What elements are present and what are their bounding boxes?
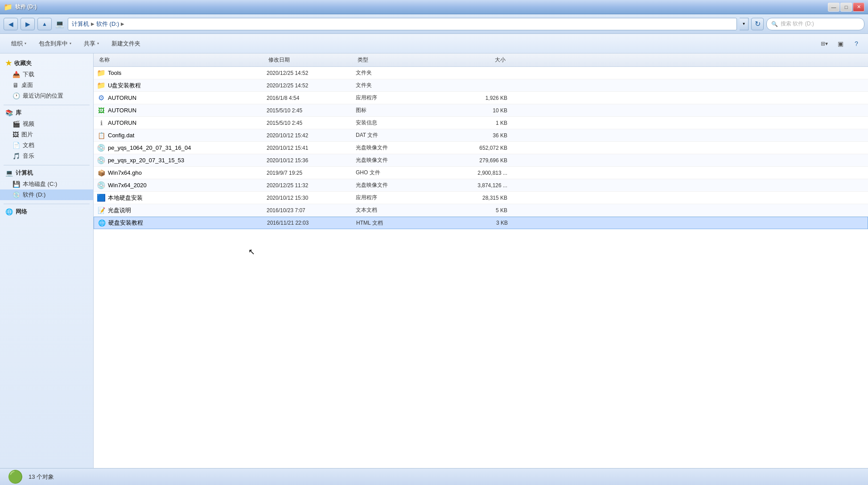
up-button[interactable]: ▲: [37, 18, 52, 30]
file-type: 光盘映像文件: [356, 144, 436, 152]
forward-button[interactable]: ▶: [21, 18, 35, 30]
table-row[interactable]: 💿 pe_yqs_1064_20_07_31_16_04 2020/10/12 …: [94, 142, 868, 154]
file-type: HTML 文档: [356, 219, 436, 227]
sidebar-item-image[interactable]: 🖼 图片: [0, 129, 93, 140]
file-date: 2020/10/12 15:36: [267, 157, 356, 164]
status-count: 13 个对象: [29, 473, 54, 481]
addressbar: ◀ ▶ ▲ 💻 计算机 ▶ 软件 (D:) ▶ ▼ ↻ 🔍 搜索 软件 (D:): [0, 14, 868, 34]
table-row[interactable]: 💿 Win7x64_2020 2020/12/25 11:32 光盘映像文件 3…: [94, 179, 868, 192]
file-type: 应用程序: [356, 94, 436, 102]
table-row[interactable]: 📦 Win7x64.gho 2019/9/7 19:25 GHO 文件 2,90…: [94, 167, 868, 179]
file-date: 2015/5/10 2:45: [267, 107, 356, 114]
sidebar-header-favorites[interactable]: ★ 收藏夹: [0, 57, 93, 69]
file-size: 5 KB: [436, 207, 507, 214]
minimize-button[interactable]: —: [828, 3, 839, 12]
file-icon: 🖼: [97, 107, 105, 115]
file-size: 3,874,126 ...: [436, 182, 507, 189]
table-row[interactable]: ⚙ AUTORUN 2016/1/8 4:54 应用程序 1,926 KB: [94, 92, 868, 104]
path-separator-2: ▶: [121, 21, 124, 26]
address-path: 计算机 ▶ 软件 (D:) ▶: [68, 18, 737, 30]
file-name: 本地硬盘安装: [108, 194, 143, 202]
sidebar-computer-label: 计算机: [16, 169, 33, 177]
table-row[interactable]: 📋 Config.dat 2020/10/12 15:42 DAT 文件 36 …: [94, 129, 868, 142]
file-size: 279,696 KB: [436, 157, 507, 164]
sidebar-music-label: 音乐: [23, 152, 34, 160]
file-date: 2015/5/10 2:45: [267, 120, 356, 126]
file-list-area: 名称 修改日期 类型 大小 📁 Tools 2020/12/25 14:52 文…: [94, 53, 868, 468]
titlebar-icon: 📁 软件 (D:): [4, 3, 37, 11]
table-row[interactable]: 📝 光盘说明 2016/10/23 7:07 文本文档 5 KB: [94, 204, 868, 217]
table-row[interactable]: 🌐 硬盘安装教程 2016/11/21 22:03 HTML 文档 3 KB: [94, 217, 868, 229]
file-name: U盘安装教程: [108, 82, 141, 90]
sidebar-section-favorites: ★ 收藏夹 📥 下载 🖥 桌面 🕐 最近访问的位置: [0, 57, 93, 101]
file-name-cell: 📁 U盘安装教程: [97, 82, 267, 90]
music-icon: 🎵: [12, 152, 20, 160]
path-dropdown-button[interactable]: ▼: [740, 18, 749, 30]
sidebar-item-recent[interactable]: 🕐 最近访问的位置: [0, 90, 93, 101]
help-button[interactable]: ?: [850, 37, 863, 50]
table-row[interactable]: ℹ AUTORUN 2015/5/10 2:45 安装信息 1 KB: [94, 117, 868, 129]
col-header-date[interactable]: 修改日期: [267, 53, 356, 66]
col-header-name[interactable]: 名称: [97, 53, 267, 66]
titlebar-controls: — □ ✕: [828, 3, 864, 12]
back-button[interactable]: ◀: [4, 18, 18, 30]
share-button[interactable]: 共享 ▾: [78, 37, 105, 51]
sidebar-item-software-d[interactable]: 💿 软件 (D:): [0, 189, 93, 200]
sidebar-item-desktop[interactable]: 🖥 桌面: [0, 80, 93, 90]
sidebar-document-label: 文档: [23, 141, 34, 149]
maximize-button[interactable]: □: [840, 3, 852, 12]
search-placeholder: 搜索 软件 (D:): [781, 20, 814, 28]
file-type: 光盘映像文件: [356, 156, 436, 164]
file-name: 光盘说明: [108, 206, 131, 214]
file-name-cell: 📁 Tools: [97, 69, 267, 77]
recent-icon: 🕐: [12, 92, 20, 99]
table-row[interactable]: 💿 pe_yqs_xp_20_07_31_15_53 2020/10/12 15…: [94, 154, 868, 167]
col-header-size[interactable]: 大小: [436, 53, 507, 66]
file-name-cell: 🖼 AUTORUN: [97, 107, 267, 115]
sidebar-item-video[interactable]: 🎬 视频: [0, 119, 93, 129]
file-name-cell: 💿 Win7x64_2020: [97, 181, 267, 189]
close-button[interactable]: ✕: [853, 3, 864, 12]
file-icon: 💿: [97, 181, 105, 189]
file-name: pe_yqs_1064_20_07_31_16_04: [108, 144, 191, 151]
table-row[interactable]: 🟦 本地硬盘安装 2020/10/12 15:30 应用程序 28,315 KB: [94, 192, 868, 204]
file-type: 文件夹: [356, 69, 436, 77]
sidebar-network-label: 网络: [16, 208, 27, 216]
view-toggle-button[interactable]: ⊞▾: [818, 37, 831, 50]
table-row[interactable]: 🖼 AUTORUN 2015/5/10 2:45 图标 10 KB: [94, 104, 868, 117]
video-icon: 🎬: [12, 120, 20, 127]
path-item-drive[interactable]: 软件 (D:): [96, 20, 119, 28]
path-item-computer[interactable]: 计算机: [72, 20, 89, 28]
sidebar-library-label: 库: [16, 109, 21, 117]
file-rows-container: 📁 Tools 2020/12/25 14:52 文件夹 📁 U盘安装教程 20…: [94, 67, 868, 229]
sidebar-item-local-c[interactable]: 💾 本地磁盘 (C:): [0, 179, 93, 189]
sidebar-header-library[interactable]: 📚 库: [0, 107, 93, 119]
table-row[interactable]: 📁 U盘安装教程 2020/12/25 14:52 文件夹: [94, 79, 868, 92]
refresh-button[interactable]: ↻: [751, 18, 764, 30]
file-size: 2,900,813 ...: [436, 170, 507, 176]
local-c-icon: 💾: [12, 181, 20, 188]
file-type: 文本文档: [356, 206, 436, 214]
include-library-button[interactable]: 包含到库中 ▾: [33, 37, 77, 51]
sidebar-item-download[interactable]: 📥 下载: [0, 69, 93, 80]
organize-button[interactable]: 组织 ▾: [5, 37, 32, 51]
file-type: 图标: [356, 107, 436, 114]
file-icon: 🌐: [98, 219, 106, 227]
file-type: 应用程序: [356, 194, 436, 201]
sidebar-local-c-label: 本地磁盘 (C:): [23, 180, 57, 188]
sidebar-item-document[interactable]: 📄 文档: [0, 140, 93, 151]
titlebar-title: 软件 (D:): [15, 3, 37, 11]
statusbar: 🟢 13 个对象: [0, 468, 868, 485]
sidebar-item-music[interactable]: 🎵 音乐: [0, 151, 93, 161]
document-icon: 📄: [12, 142, 20, 149]
sidebar-header-network[interactable]: 🌐 网络: [0, 206, 93, 218]
file-name: Win7x64_2020: [108, 182, 147, 189]
new-folder-button[interactable]: 新建文件夹: [106, 37, 146, 51]
preview-pane-button[interactable]: ▣: [834, 37, 847, 50]
file-type: 安装信息: [356, 119, 436, 127]
sidebar-divider-3: [4, 204, 90, 204]
table-row[interactable]: 📁 Tools 2020/12/25 14:52 文件夹: [94, 67, 868, 79]
download-icon: 📥: [12, 71, 20, 78]
sidebar-header-computer[interactable]: 💻 计算机: [0, 167, 93, 179]
col-header-type[interactable]: 类型: [356, 53, 436, 66]
